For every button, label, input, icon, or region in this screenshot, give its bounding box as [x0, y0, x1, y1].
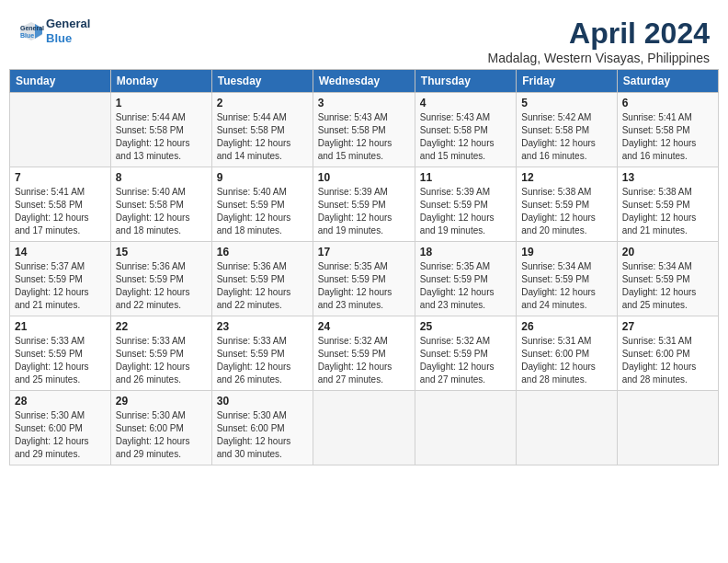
calendar-body: 1Sunrise: 5:44 AM Sunset: 5:58 PM Daylig…	[10, 93, 719, 465]
column-headers: SundayMondayTuesdayWednesdayThursdayFrid…	[10, 70, 719, 93]
day-number: 14	[15, 246, 106, 259]
calendar-cell: 15Sunrise: 5:36 AM Sunset: 5:59 PM Dayli…	[110, 242, 211, 316]
calendar-cell: 22Sunrise: 5:33 AM Sunset: 5:59 PM Dayli…	[110, 316, 211, 391]
logo-line2: Blue	[46, 31, 90, 46]
cell-info: Sunrise: 5:38 AM Sunset: 5:59 PM Dayligh…	[622, 186, 713, 237]
cell-info: Sunrise: 5:43 AM Sunset: 5:58 PM Dayligh…	[318, 111, 410, 163]
day-number: 6	[622, 97, 713, 109]
cell-info: Sunrise: 5:40 AM Sunset: 5:58 PM Dayligh…	[116, 186, 207, 237]
col-header-friday: Friday	[517, 70, 617, 93]
calendar-cell: 25Sunrise: 5:32 AM Sunset: 5:59 PM Dayli…	[415, 316, 516, 391]
day-number: 13	[622, 171, 713, 184]
col-header-wednesday: Wednesday	[313, 70, 415, 93]
cell-info: Sunrise: 5:33 AM Sunset: 5:59 PM Dayligh…	[217, 335, 308, 386]
cell-info: Sunrise: 5:34 AM Sunset: 5:59 PM Dayligh…	[521, 260, 611, 312]
logo: General Blue General Blue	[18, 17, 90, 45]
cell-info: Sunrise: 5:43 AM Sunset: 5:58 PM Dayligh…	[420, 111, 511, 163]
calendar-cell: 11Sunrise: 5:39 AM Sunset: 5:59 PM Dayli…	[415, 167, 516, 242]
calendar-cell: 2Sunrise: 5:44 AM Sunset: 5:58 PM Daylig…	[211, 93, 313, 167]
day-number: 5	[521, 97, 611, 109]
cell-info: Sunrise: 5:33 AM Sunset: 5:59 PM Dayligh…	[15, 335, 106, 386]
day-number: 15	[116, 246, 207, 259]
day-number: 26	[521, 320, 611, 333]
cell-info: Sunrise: 5:31 AM Sunset: 6:00 PM Dayligh…	[521, 335, 611, 386]
calendar-cell: 23Sunrise: 5:33 AM Sunset: 5:59 PM Dayli…	[211, 316, 313, 391]
week-row-5: 28Sunrise: 5:30 AM Sunset: 6:00 PM Dayli…	[10, 391, 719, 465]
calendar-cell: 27Sunrise: 5:31 AM Sunset: 6:00 PM Dayli…	[617, 316, 718, 391]
calendar-cell: 13Sunrise: 5:38 AM Sunset: 5:59 PM Dayli…	[617, 167, 718, 242]
cell-info: Sunrise: 5:42 AM Sunset: 5:58 PM Dayligh…	[521, 111, 611, 163]
calendar-cell	[313, 391, 415, 465]
week-row-3: 14Sunrise: 5:37 AM Sunset: 5:59 PM Dayli…	[10, 242, 719, 316]
calendar-cell: 3Sunrise: 5:43 AM Sunset: 5:58 PM Daylig…	[313, 93, 415, 167]
calendar-cell	[10, 93, 111, 167]
cell-info: Sunrise: 5:38 AM Sunset: 5:59 PM Dayligh…	[521, 186, 611, 237]
calendar-cell: 20Sunrise: 5:34 AM Sunset: 5:59 PM Dayli…	[617, 242, 718, 316]
calendar-cell: 4Sunrise: 5:43 AM Sunset: 5:58 PM Daylig…	[415, 93, 516, 167]
calendar-cell	[415, 391, 516, 465]
week-row-1: 1Sunrise: 5:44 AM Sunset: 5:58 PM Daylig…	[10, 93, 719, 167]
col-header-monday: Monday	[110, 70, 211, 93]
cell-info: Sunrise: 5:39 AM Sunset: 5:59 PM Dayligh…	[420, 186, 511, 237]
day-number: 22	[116, 320, 207, 333]
logo-icon: General Blue	[18, 18, 44, 44]
day-number: 4	[420, 97, 511, 109]
cell-info: Sunrise: 5:36 AM Sunset: 5:59 PM Dayligh…	[116, 260, 207, 312]
week-row-4: 21Sunrise: 5:33 AM Sunset: 5:59 PM Dayli…	[10, 316, 719, 391]
cell-info: Sunrise: 5:35 AM Sunset: 5:59 PM Dayligh…	[420, 260, 511, 312]
calendar-cell: 7Sunrise: 5:41 AM Sunset: 5:58 PM Daylig…	[10, 167, 111, 242]
day-number: 28	[15, 395, 106, 408]
day-number: 9	[217, 171, 308, 184]
calendar-table: SundayMondayTuesdayWednesdayThursdayFrid…	[9, 69, 719, 465]
month-title: April 2024	[488, 17, 711, 51]
calendar-cell: 14Sunrise: 5:37 AM Sunset: 5:59 PM Dayli…	[10, 242, 111, 316]
col-header-thursday: Thursday	[415, 70, 516, 93]
cell-info: Sunrise: 5:40 AM Sunset: 5:59 PM Dayligh…	[217, 186, 308, 237]
calendar-cell: 30Sunrise: 5:30 AM Sunset: 6:00 PM Dayli…	[211, 391, 313, 465]
day-number: 1	[116, 97, 207, 109]
day-number: 10	[318, 171, 410, 184]
calendar-cell: 26Sunrise: 5:31 AM Sunset: 6:00 PM Dayli…	[517, 316, 617, 391]
calendar-cell: 19Sunrise: 5:34 AM Sunset: 5:59 PM Dayli…	[517, 242, 617, 316]
day-number: 24	[318, 320, 410, 333]
col-header-saturday: Saturday	[617, 70, 718, 93]
calendar-cell	[517, 391, 617, 465]
day-number: 3	[318, 97, 410, 109]
svg-text:General: General	[20, 25, 44, 31]
week-row-2: 7Sunrise: 5:41 AM Sunset: 5:58 PM Daylig…	[10, 167, 719, 242]
calendar-cell: 1Sunrise: 5:44 AM Sunset: 5:58 PM Daylig…	[110, 93, 211, 167]
calendar-cell: 28Sunrise: 5:30 AM Sunset: 6:00 PM Dayli…	[10, 391, 111, 465]
calendar-cell: 24Sunrise: 5:32 AM Sunset: 5:59 PM Dayli…	[313, 316, 415, 391]
day-number: 25	[420, 320, 511, 333]
cell-info: Sunrise: 5:41 AM Sunset: 5:58 PM Dayligh…	[622, 111, 713, 163]
calendar-cell: 21Sunrise: 5:33 AM Sunset: 5:59 PM Dayli…	[10, 316, 111, 391]
cell-info: Sunrise: 5:41 AM Sunset: 5:58 PM Dayligh…	[15, 186, 106, 237]
cell-info: Sunrise: 5:35 AM Sunset: 5:59 PM Dayligh…	[318, 260, 410, 312]
cell-info: Sunrise: 5:33 AM Sunset: 5:59 PM Dayligh…	[116, 335, 207, 386]
cell-info: Sunrise: 5:44 AM Sunset: 5:58 PM Dayligh…	[217, 111, 308, 163]
calendar-cell	[617, 391, 718, 465]
col-header-sunday: Sunday	[10, 70, 111, 93]
calendar-cell: 10Sunrise: 5:39 AM Sunset: 5:59 PM Dayli…	[313, 167, 415, 242]
cell-info: Sunrise: 5:30 AM Sunset: 6:00 PM Dayligh…	[15, 409, 106, 461]
svg-text:Blue: Blue	[20, 32, 34, 39]
day-number: 23	[217, 320, 308, 333]
calendar-cell: 6Sunrise: 5:41 AM Sunset: 5:58 PM Daylig…	[617, 93, 718, 167]
cell-info: Sunrise: 5:30 AM Sunset: 6:00 PM Dayligh…	[217, 409, 308, 461]
calendar-cell: 8Sunrise: 5:40 AM Sunset: 5:58 PM Daylig…	[110, 167, 211, 242]
calendar-cell: 12Sunrise: 5:38 AM Sunset: 5:59 PM Dayli…	[517, 167, 617, 242]
day-number: 30	[217, 395, 308, 408]
calendar-cell: 17Sunrise: 5:35 AM Sunset: 5:59 PM Dayli…	[313, 242, 415, 316]
day-number: 16	[217, 246, 308, 259]
day-number: 27	[622, 320, 713, 333]
day-number: 20	[622, 246, 713, 259]
cell-info: Sunrise: 5:30 AM Sunset: 6:00 PM Dayligh…	[116, 409, 207, 461]
cell-info: Sunrise: 5:31 AM Sunset: 6:00 PM Dayligh…	[622, 335, 713, 386]
day-number: 7	[15, 171, 106, 184]
logo-line1: General	[46, 17, 90, 31]
day-number: 17	[318, 246, 410, 259]
calendar-cell: 29Sunrise: 5:30 AM Sunset: 6:00 PM Dayli…	[110, 391, 211, 465]
day-number: 21	[15, 320, 106, 333]
cell-info: Sunrise: 5:34 AM Sunset: 5:59 PM Dayligh…	[622, 260, 713, 312]
cell-info: Sunrise: 5:44 AM Sunset: 5:58 PM Dayligh…	[116, 111, 207, 163]
